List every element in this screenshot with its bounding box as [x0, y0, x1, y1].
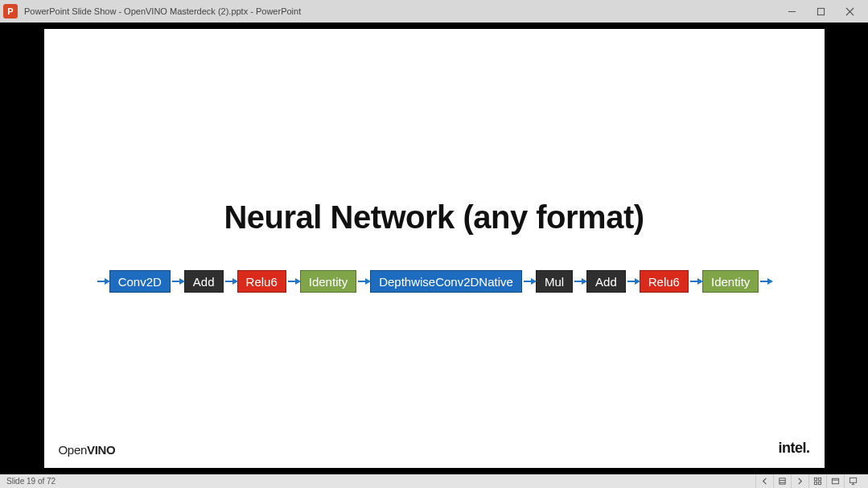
intel-logo: intel. — [778, 440, 809, 457]
close-button[interactable] — [841, 2, 858, 20]
flow-node: DepthwiseConv2DNative — [370, 270, 522, 293]
arrow-icon — [626, 278, 640, 285]
svg-rect-1 — [817, 8, 824, 14]
arrow-icon — [573, 278, 586, 285]
arrow-icon — [96, 278, 109, 285]
menu-button[interactable] — [773, 474, 791, 488]
flow-diagram: Conv2DAddRelu6IdentityDepthwiseConv2DNat… — [44, 270, 825, 293]
svg-rect-10 — [818, 482, 821, 484]
presenter-view-button[interactable] — [844, 474, 862, 488]
arrow-icon — [286, 278, 300, 285]
svg-rect-13 — [849, 478, 856, 482]
slide-title: Neural Network (any format) — [44, 199, 825, 236]
view-all-button[interactable] — [808, 474, 826, 488]
flow-node: Identity — [702, 270, 759, 293]
flow-node: Relu6 — [640, 270, 689, 293]
arrow-icon — [759, 278, 772, 285]
svg-rect-9 — [814, 482, 817, 484]
titlebar: P PowerPoint Slide Show - OpenVINO Maste… — [0, 0, 868, 23]
svg-rect-8 — [818, 478, 821, 480]
flow-node: Identity — [300, 270, 356, 293]
arrow-icon — [689, 278, 702, 285]
status-controls — [755, 474, 862, 488]
openvino-logo: OpenVINO — [59, 443, 116, 457]
flow-node: Add — [184, 270, 224, 293]
svg-rect-11 — [832, 478, 838, 483]
svg-rect-4 — [780, 478, 785, 484]
window-title: PowerPoint Slide Show - OpenVINO Masterd… — [24, 6, 301, 16]
maximize-button[interactable] — [812, 2, 829, 20]
zoom-button[interactable] — [826, 474, 844, 488]
arrow-icon — [224, 278, 237, 285]
flow-node: Mul — [536, 270, 573, 293]
svg-rect-7 — [814, 478, 817, 480]
flow-node: Conv2D — [109, 270, 171, 293]
window-controls — [783, 2, 865, 20]
minimize-button[interactable] — [783, 2, 800, 20]
slide-area[interactable]: Neural Network (any format) Conv2DAddRel… — [0, 23, 868, 474]
arrow-icon — [171, 278, 184, 285]
prev-slide-button[interactable] — [755, 474, 773, 488]
next-slide-button[interactable] — [791, 474, 808, 488]
arrow-icon — [522, 278, 536, 285]
slide-counter: Slide 19 of 72 — [6, 477, 56, 486]
slide: Neural Network (any format) Conv2DAddRel… — [44, 29, 825, 468]
flow-node: Relu6 — [237, 270, 286, 293]
arrow-icon — [356, 278, 370, 285]
statusbar: Slide 19 of 72 — [0, 474, 868, 488]
flow-node: Add — [586, 270, 626, 293]
app-icon: P — [3, 4, 18, 18]
